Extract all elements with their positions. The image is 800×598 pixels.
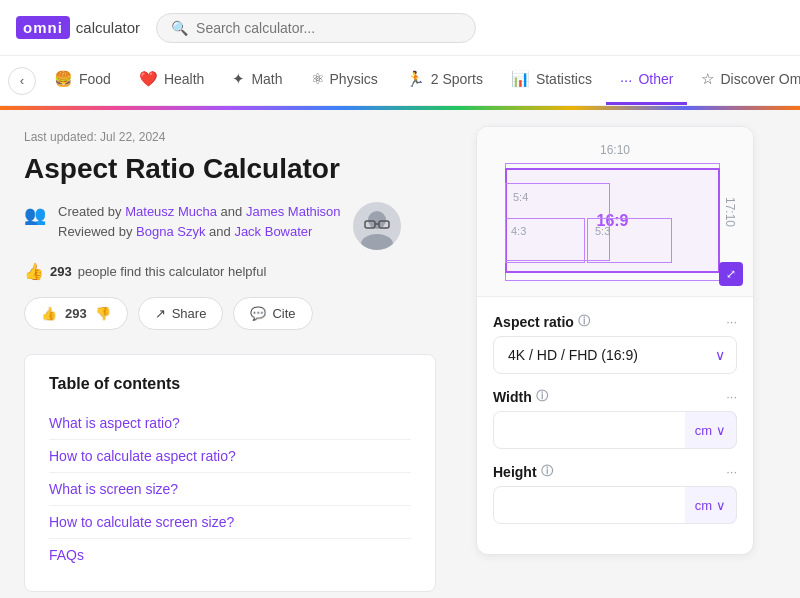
width-header: Width ⓘ ···	[493, 388, 737, 405]
aspect-ratio-more-button[interactable]: ···	[726, 314, 737, 329]
cite-button[interactable]: 💬 Cite	[233, 297, 312, 330]
tab-discover-label: Discover Omni	[720, 71, 800, 87]
tab-other-label: Other	[638, 71, 673, 87]
math-icon: ✦	[232, 70, 245, 88]
width-more-button[interactable]: ···	[726, 389, 737, 404]
author4-link[interactable]: Jack Bowater	[234, 224, 312, 239]
nav-tabs: ‹ 🍔 Food ❤️ Health ✦ Math ⚛ Physics 🏃 2 …	[0, 56, 800, 106]
created-by-label: Created by	[58, 204, 122, 219]
last-updated: Last updated: Jul 22, 2024	[24, 130, 436, 144]
left-panel: Last updated: Jul 22, 2024 Aspect Ratio …	[0, 110, 460, 598]
ratio-label-right: 17:10	[723, 196, 737, 226]
aspect-ratio-select[interactable]: 4K / HD / FHD (16:9) 4:3 5:4 16:10 21:9 …	[493, 336, 737, 374]
expand-button[interactable]: ⤢	[719, 262, 743, 286]
width-label: Width ⓘ	[493, 388, 548, 405]
and2: and	[209, 224, 234, 239]
tab-food-label: Food	[79, 71, 111, 87]
author1-link[interactable]: Mateusz Mucha	[125, 204, 217, 219]
ratio-boxes: 16:9 5:4 4:3 5:3	[505, 163, 725, 283]
share-button[interactable]: ↗ Share	[138, 297, 224, 330]
share-label: Share	[172, 306, 207, 321]
toc-link-2[interactable]: How to calculate aspect ratio?	[49, 439, 411, 472]
height-unit-chevron: ∨	[716, 498, 726, 513]
authors-icon: 👥	[24, 204, 46, 226]
height-field: Height ⓘ ··· cm ∨	[493, 463, 737, 524]
ratio-label-54-text: 5:4	[513, 191, 528, 203]
sidebar-item-health[interactable]: ❤️ Health	[125, 56, 218, 105]
sidebar-item-discover[interactable]: ☆ Discover Omni	[687, 56, 800, 105]
thumbs-down-icon: 👎	[95, 306, 111, 321]
helpful-icon: 👍	[24, 262, 44, 281]
action-buttons: 👍 293 👎 ↗ Share 💬 Cite	[24, 297, 436, 330]
author3-link[interactable]: Bogna Szyk	[136, 224, 205, 239]
avatar	[353, 202, 401, 250]
tab-health-label: Health	[164, 71, 204, 87]
height-info-icon[interactable]: ⓘ	[541, 463, 553, 480]
toc-container: Table of contents What is aspect ratio? …	[24, 354, 436, 592]
sidebar-item-math[interactable]: ✦ Math	[218, 56, 296, 105]
toc-link-3[interactable]: What is screen size?	[49, 472, 411, 505]
page-title: Aspect Ratio Calculator	[24, 152, 436, 186]
reviewed-by-label: Reviewed by	[58, 224, 132, 239]
share-icon: ↗	[155, 306, 166, 321]
other-icon: ···	[620, 71, 633, 88]
svg-point-1	[368, 211, 386, 229]
helpful-count: 293	[50, 264, 72, 279]
cite-icon: 💬	[250, 306, 266, 321]
physics-icon: ⚛	[311, 70, 324, 88]
logo-omni: omni	[16, 16, 70, 39]
toc-link-5[interactable]: FAQs	[49, 538, 411, 571]
tab-math-label: Math	[251, 71, 282, 87]
sidebar-item-sports[interactable]: 🏃 2 Sports	[392, 56, 497, 105]
aspect-ratio-header: Aspect ratio ⓘ ···	[493, 313, 737, 330]
food-icon: 🍔	[54, 70, 73, 88]
tab-physics-label: Physics	[330, 71, 378, 87]
helpful-text: people find this calculator helpful	[78, 264, 267, 279]
search-input[interactable]	[196, 20, 461, 36]
calculator-card: 16:10 16:9 5:4 4:3 5:3	[476, 126, 754, 555]
height-more-button[interactable]: ···	[726, 464, 737, 479]
height-unit[interactable]: cm ∨	[685, 486, 737, 524]
logo: omni calculator	[16, 16, 140, 39]
aspect-ratio-label: Aspect ratio ⓘ	[493, 313, 590, 330]
toc-title: Table of contents	[49, 375, 411, 393]
nav-back-button[interactable]: ‹	[8, 67, 36, 95]
sidebar-item-other[interactable]: ··· Other	[606, 57, 688, 105]
sidebar-item-food[interactable]: 🍔 Food	[40, 56, 125, 105]
search-icon: 🔍	[171, 20, 188, 36]
aspect-ratio-field: Aspect ratio ⓘ ··· 4K / HD / FHD (16:9) …	[493, 313, 737, 374]
author2-link[interactable]: James Mathison	[246, 204, 341, 219]
width-field: Width ⓘ ··· cm ∨	[493, 388, 737, 449]
toc-link-1[interactable]: What is aspect ratio?	[49, 407, 411, 439]
health-icon: ❤️	[139, 70, 158, 88]
and1: and	[221, 204, 246, 219]
width-unit-chevron: ∨	[716, 423, 726, 438]
sidebar-item-statistics[interactable]: 📊 Statistics	[497, 56, 606, 105]
sports-icon: 🏃	[406, 70, 425, 88]
height-label: Height ⓘ	[493, 463, 553, 480]
thumbs-up-icon: 👍	[41, 306, 57, 321]
search-bar[interactable]: 🔍	[156, 13, 476, 43]
statistics-icon: 📊	[511, 70, 530, 88]
authors-text: Created by Mateusz Mucha and James Mathi…	[58, 202, 341, 244]
height-header: Height ⓘ ···	[493, 463, 737, 480]
width-unit[interactable]: cm ∨	[685, 411, 737, 449]
ratio-label-top: 16:10	[493, 143, 737, 157]
main-container: Last updated: Jul 22, 2024 Aspect Ratio …	[0, 110, 800, 598]
width-info-icon[interactable]: ⓘ	[536, 388, 548, 405]
toc-link-4[interactable]: How to calculate screen size?	[49, 505, 411, 538]
height-input-wrapper: cm ∨	[493, 486, 737, 524]
cite-label: Cite	[272, 306, 295, 321]
tab-sports-label: 2 Sports	[431, 71, 483, 87]
ratio-label-53-text: 5:3	[595, 225, 610, 237]
like-button[interactable]: 👍 293 👎	[24, 297, 128, 330]
tab-statistics-label: Statistics	[536, 71, 592, 87]
authors-section: 👥 Created by Mateusz Mucha and James Mat…	[24, 202, 436, 250]
logo-calculator: calculator	[76, 19, 140, 36]
sidebar-item-physics[interactable]: ⚛ Physics	[297, 56, 392, 105]
right-panel: 16:10 16:9 5:4 4:3 5:3	[460, 110, 770, 598]
width-input-wrapper: cm ∨	[493, 411, 737, 449]
calc-fields: Aspect ratio ⓘ ··· 4K / HD / FHD (16:9) …	[477, 297, 753, 554]
aspect-ratio-info-icon[interactable]: ⓘ	[578, 313, 590, 330]
helpful-section: 👍 293 people find this calculator helpfu…	[24, 262, 436, 281]
